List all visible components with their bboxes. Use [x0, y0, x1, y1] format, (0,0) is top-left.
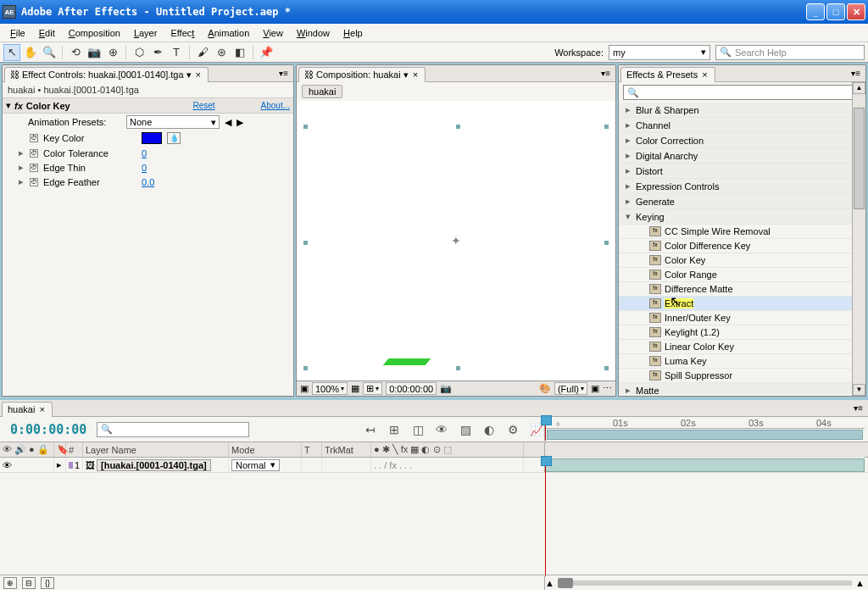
- maximize-icon[interactable]: ▣: [300, 383, 309, 394]
- text-tool[interactable]: T: [168, 44, 185, 61]
- effect-controls-tab[interactable]: ⛓ Effect Controls: huakai.[0001-0140].tg…: [4, 67, 209, 82]
- effect-category[interactable]: ▸Generate: [619, 194, 852, 209]
- prop-edge-feather-value[interactable]: 0.0: [142, 177, 154, 187]
- effect-category[interactable]: ▸Expression Controls: [619, 179, 852, 194]
- composition-viewer[interactable]: ✦: [297, 101, 615, 381]
- scroll-down-button[interactable]: ▼: [853, 384, 865, 396]
- timeline-layer-row[interactable]: 👁 ▸ 1 🖼 [huakai.[0001-0140].tga] Normal▾…: [0, 458, 868, 473]
- time-display[interactable]: 0:00:00:00: [386, 382, 437, 395]
- resolution-select[interactable]: (Full)▾: [554, 382, 587, 395]
- zoom-in-icon[interactable]: ▲: [855, 578, 865, 588]
- effect-category[interactable]: ▸Channel: [619, 118, 852, 133]
- close-tab-icon[interactable]: ×: [194, 69, 203, 80]
- pen-tool[interactable]: ✒: [149, 44, 166, 61]
- layer-duration-bar[interactable]: [545, 458, 865, 472]
- effect-item[interactable]: fxKeylight (1.2): [619, 325, 852, 340]
- effect-item[interactable]: fxColor Key: [619, 253, 852, 268]
- more-icon[interactable]: ⋯: [603, 383, 612, 394]
- effects-search-input[interactable]: 🔍: [623, 85, 861, 100]
- hide-shy-button[interactable]: 👁: [432, 420, 451, 439]
- layer-name[interactable]: [huakai.[0001-0140].tga]: [97, 459, 211, 471]
- effects-presets-tab[interactable]: Effects & Presets ×: [620, 67, 715, 82]
- menu-help[interactable]: Help: [337, 25, 370, 41]
- shape-tool[interactable]: ⬡: [131, 44, 147, 61]
- stopwatch-icon[interactable]: ⏱: [30, 149, 38, 158]
- zoom-tool[interactable]: 🔍: [41, 44, 58, 61]
- twirl-icon[interactable]: ▸: [18, 147, 25, 158]
- clone-tool[interactable]: ⊛: [213, 44, 230, 61]
- effect-header[interactable]: ▾ fx Color Key Reset About...: [3, 97, 293, 114]
- color-mgmt-icon[interactable]: 🎨: [539, 383, 551, 394]
- puppet-tool[interactable]: 📌: [258, 44, 275, 61]
- scrollbar[interactable]: ▲ ▼: [852, 82, 865, 396]
- menu-composition[interactable]: Composition: [62, 25, 127, 41]
- menu-file[interactable]: File: [3, 25, 32, 41]
- maximize-button[interactable]: □: [826, 3, 845, 20]
- timeline-timecode[interactable]: 0:00:00:00: [0, 422, 97, 437]
- snapshot-icon[interactable]: 📷: [440, 383, 452, 394]
- effect-category[interactable]: ▸Color Correction: [619, 133, 852, 148]
- effect-item[interactable]: fxSpill Suppressor: [619, 369, 852, 383]
- brush-tool[interactable]: 🖌: [194, 44, 211, 61]
- step-back-button[interactable]: ↤: [361, 420, 380, 439]
- about-link[interactable]: About...: [261, 101, 290, 110]
- timeline-ruler[interactable]: ⬨ 01s 02s 03s 04s: [544, 417, 865, 441]
- comp-crumb-label[interactable]: huakai: [302, 85, 342, 98]
- zoom-out-icon[interactable]: ▲: [545, 578, 554, 588]
- toggle-modes-button[interactable]: ⊟: [22, 577, 36, 589]
- reset-link[interactable]: Reset: [192, 101, 214, 110]
- effect-item[interactable]: fxColor Range: [619, 268, 852, 282]
- effect-category[interactable]: ▸Blur & Sharpen: [619, 103, 852, 118]
- rotate-tool[interactable]: ⟲: [67, 44, 84, 61]
- col-mode[interactable]: Mode: [229, 442, 302, 457]
- pan-behind-tool[interactable]: ⊕: [104, 44, 121, 61]
- view-layout-icon[interactable]: ▣: [591, 383, 599, 394]
- panel-menu-button[interactable]: ▾≡: [848, 69, 864, 78]
- stopwatch-icon[interactable]: ⏱: [30, 134, 38, 142]
- timeline-tab[interactable]: huakai ×: [2, 402, 53, 417]
- effect-item[interactable]: fxLuma Key: [619, 354, 852, 369]
- color-swatch[interactable]: [142, 132, 162, 144]
- grid-icon[interactable]: ▦: [351, 383, 359, 394]
- timeline-search[interactable]: 🔍: [97, 422, 249, 437]
- twirl-icon[interactable]: ▸: [18, 176, 25, 187]
- grid-select[interactable]: ⊞▾: [363, 382, 382, 395]
- menu-window[interactable]: Window: [290, 25, 337, 41]
- hand-tool[interactable]: ✋: [22, 44, 39, 61]
- effect-item[interactable]: fxExtract: [619, 297, 852, 311]
- close-tab-icon[interactable]: ×: [37, 404, 46, 414]
- menu-layer[interactable]: Layer: [127, 25, 164, 41]
- twirl-icon[interactable]: ▾: [6, 100, 11, 111]
- stopwatch-icon[interactable]: ⏱: [30, 164, 38, 172]
- brainstorm-button[interactable]: ⚙: [504, 420, 522, 439]
- scroll-thumb[interactable]: [854, 108, 865, 209]
- effect-category[interactable]: ▸Distort: [619, 164, 852, 179]
- stopwatch-icon[interactable]: ⏱: [30, 178, 38, 186]
- draft-3d-button[interactable]: ◫: [409, 420, 427, 439]
- effect-item[interactable]: fxColor Difference Key: [619, 239, 852, 253]
- scroll-up-button[interactable]: ▲: [853, 82, 865, 94]
- prop-color-tolerance-value[interactable]: 0: [142, 148, 147, 158]
- prop-edge-thin-value[interactable]: 0: [142, 163, 147, 173]
- motion-blur-button[interactable]: ◐: [480, 420, 498, 439]
- comp-flowchart-button[interactable]: ⊞: [385, 420, 403, 439]
- col-layer-name[interactable]: Layer Name: [83, 442, 229, 457]
- zoom-select[interactable]: 100%▾: [312, 382, 348, 395]
- camera-tool[interactable]: 📷: [86, 44, 103, 61]
- col-trkmat[interactable]: TrkMat: [322, 442, 371, 457]
- close-tab-icon[interactable]: ×: [411, 69, 420, 80]
- effect-category[interactable]: ▸Digital Anarchy: [619, 148, 852, 164]
- toggle-in-out-button[interactable]: {}: [41, 577, 54, 589]
- frame-blend-button[interactable]: ▨: [456, 420, 475, 439]
- fx-icon[interactable]: fx: [14, 101, 23, 111]
- panel-menu-button[interactable]: ▾≡: [275, 69, 292, 78]
- effect-item[interactable]: fxInner/Outer Key: [619, 311, 852, 325]
- toggle-switches-button[interactable]: ⊕: [3, 577, 17, 589]
- panel-menu-button[interactable]: ▾≡: [850, 403, 866, 413]
- next-preset-button[interactable]: ▶: [236, 117, 243, 128]
- effect-category[interactable]: ▸Matte: [619, 383, 852, 394]
- close-tab-icon[interactable]: ×: [700, 69, 709, 80]
- selection-tool[interactable]: ↖: [3, 44, 20, 61]
- effect-item[interactable]: fxDifference Matte: [619, 282, 852, 297]
- close-button[interactable]: ✕: [847, 3, 865, 20]
